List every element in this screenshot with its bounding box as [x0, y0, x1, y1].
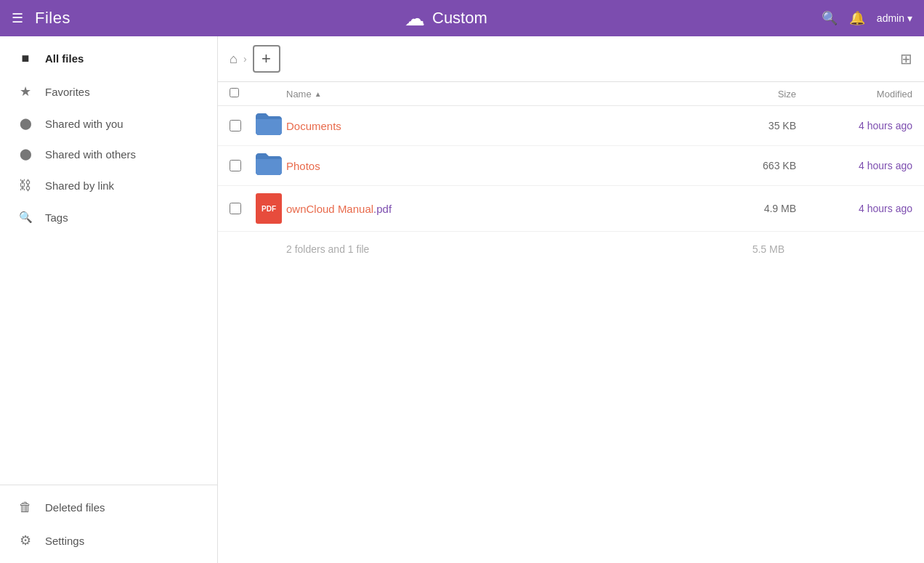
- more-action-icon[interactable]: •••: [659, 119, 671, 132]
- share-icon: ⬤: [17, 117, 33, 130]
- row-check[interactable]: [230, 203, 256, 214]
- share-others-icon: ⬤: [17, 147, 33, 161]
- gear-icon: ⚙: [17, 532, 33, 548]
- file-modified-photos: 4 hours ago: [796, 160, 912, 171]
- cloud-icon: ☁: [405, 7, 425, 31]
- sidebar-item-favorites[interactable]: ★ Favorites: [0, 75, 217, 108]
- header-right: 🔍 🔔 admin ▾: [822, 10, 912, 26]
- modified-column-header: Modified: [796, 89, 912, 100]
- row-checkbox[interactable]: [230, 160, 241, 171]
- sidebar-item-label: All files: [45, 52, 84, 65]
- sidebar-item-shared-with-others[interactable]: ⬤ Shared with others: [0, 139, 217, 169]
- bell-icon[interactable]: 🔔: [849, 10, 865, 26]
- header-center: ☁ Custom: [70, 7, 822, 31]
- file-modified-pdf: 4 hours ago: [796, 203, 912, 214]
- sidebar-item-settings[interactable]: ⚙ Settings: [0, 524, 217, 557]
- row-checkbox[interactable]: [230, 203, 241, 214]
- sidebar-item-all-files[interactable]: ■ All files: [0, 42, 217, 75]
- layout: ■ All files ★ Favorites ⬤ Shared with yo…: [0, 36, 924, 563]
- search-icon[interactable]: 🔍: [822, 10, 838, 26]
- sidebar-item-shared-with-you[interactable]: ⬤ Shared with you: [0, 108, 217, 139]
- link-icon: ⛓: [17, 178, 33, 193]
- file-count-summary: 2 folders and 1 file: [286, 243, 369, 255]
- user-label: admin: [877, 12, 904, 24]
- table-row[interactable]: Photos ➔ ••• 663 KB 4 hours ago: [218, 146, 924, 186]
- sidebar-item-label: Deleted files: [45, 501, 105, 514]
- app-title: Files: [35, 9, 70, 28]
- file-modified-documents: 4 hours ago: [796, 120, 912, 131]
- tags-icon: 🔍: [17, 211, 33, 224]
- sidebar-item-label: Shared by link: [45, 179, 114, 192]
- sidebar-item-label: Tags: [45, 211, 68, 224]
- file-name-photos[interactable]: Photos: [286, 160, 644, 172]
- menu-icon[interactable]: ☰: [12, 10, 23, 26]
- grid-view-icon[interactable]: ⊞: [900, 50, 912, 68]
- sidebar-item-label: Shared with others: [45, 148, 136, 161]
- file-size-photos: 663 KB: [709, 160, 796, 171]
- file-list: Documents ➔ ••• 35 KB 4 hours ago: [218, 106, 924, 563]
- select-all-checkbox[interactable]: [230, 88, 239, 97]
- sidebar-item-deleted-files[interactable]: 🗑 Deleted files: [0, 491, 217, 524]
- folder-icon: ■: [17, 51, 33, 66]
- row-check[interactable]: [230, 120, 256, 131]
- trash-icon: 🗑: [17, 500, 33, 515]
- header-custom-label: Custom: [432, 9, 487, 28]
- sidebar-item-shared-by-link[interactable]: ⛓ Shared by link: [0, 169, 217, 202]
- star-icon: ★: [17, 84, 33, 100]
- file-summary-row: 2 folders and 1 file 5.5 MB: [218, 232, 924, 267]
- pdf-extension: .pdf: [373, 203, 392, 215]
- sidebar-item-label: Settings: [45, 535, 84, 547]
- file-size-documents: 35 KB: [709, 120, 796, 131]
- table-row[interactable]: PDF ownCloud Manual.pdf ➔ ••• 4.9 MB 4 h…: [218, 186, 924, 232]
- name-column-header[interactable]: Name ▲: [286, 89, 644, 100]
- file-icon-documents: [256, 113, 286, 138]
- toolbar: ⌂ › + ⊞: [218, 36, 924, 82]
- file-name-documents[interactable]: Documents: [286, 120, 644, 132]
- share-action-icon[interactable]: ➔: [644, 159, 653, 173]
- user-menu[interactable]: admin ▾: [877, 12, 912, 24]
- file-icon-pdf: PDF: [256, 193, 286, 224]
- table-row[interactable]: Documents ➔ ••• 35 KB 4 hours ago: [218, 106, 924, 146]
- total-size-summary: 5.5 MB: [753, 243, 796, 255]
- more-action-icon[interactable]: •••: [659, 202, 671, 215]
- row-checkbox[interactable]: [230, 120, 241, 131]
- sort-asc-icon: ▲: [315, 90, 322, 98]
- share-action-icon[interactable]: ➔: [644, 202, 653, 216]
- file-list-header: Name ▲ Size Modified: [218, 82, 924, 106]
- modified-hours-label: 4 hours ago: [859, 160, 912, 171]
- name-column-label: Name: [286, 89, 312, 100]
- main-content: ⌂ › + ⊞ Name ▲ Size Modified: [218, 36, 924, 563]
- modified-hours-label: 4 hours ago: [859, 203, 912, 214]
- row-check[interactable]: [230, 160, 256, 171]
- sidebar-item-label: Shared with you: [45, 118, 123, 130]
- sidebar-bottom: 🗑 Deleted files ⚙ Settings: [0, 485, 217, 563]
- sidebar: ■ All files ★ Favorites ⬤ Shared with yo…: [0, 36, 218, 563]
- user-dropdown-icon: ▾: [907, 12, 912, 24]
- select-all-col: [230, 88, 256, 100]
- sidebar-item-label: Favorites: [45, 86, 90, 98]
- app-header: ☰ Files ☁ Custom 🔍 🔔 admin ▾: [0, 0, 924, 36]
- pdf-name-main: ownCloud Manual: [286, 203, 373, 215]
- more-action-icon[interactable]: •••: [659, 159, 671, 172]
- share-action-icon[interactable]: ➔: [644, 119, 653, 133]
- home-button[interactable]: ⌂: [230, 52, 238, 67]
- sidebar-item-tags[interactable]: 🔍 Tags: [0, 202, 217, 232]
- pdf-icon-shape: PDF: [256, 193, 282, 224]
- file-name-pdf[interactable]: ownCloud Manual.pdf: [286, 203, 644, 215]
- size-column-header: Size: [709, 89, 796, 100]
- modified-hours-label: 4 hours ago: [859, 120, 912, 131]
- file-icon-photos: [256, 153, 286, 178]
- sidebar-top: ■ All files ★ Favorites ⬤ Shared with yo…: [0, 36, 217, 485]
- add-button[interactable]: +: [253, 45, 280, 73]
- file-size-pdf: 4.9 MB: [709, 203, 796, 214]
- breadcrumb-chevron: ›: [243, 53, 247, 65]
